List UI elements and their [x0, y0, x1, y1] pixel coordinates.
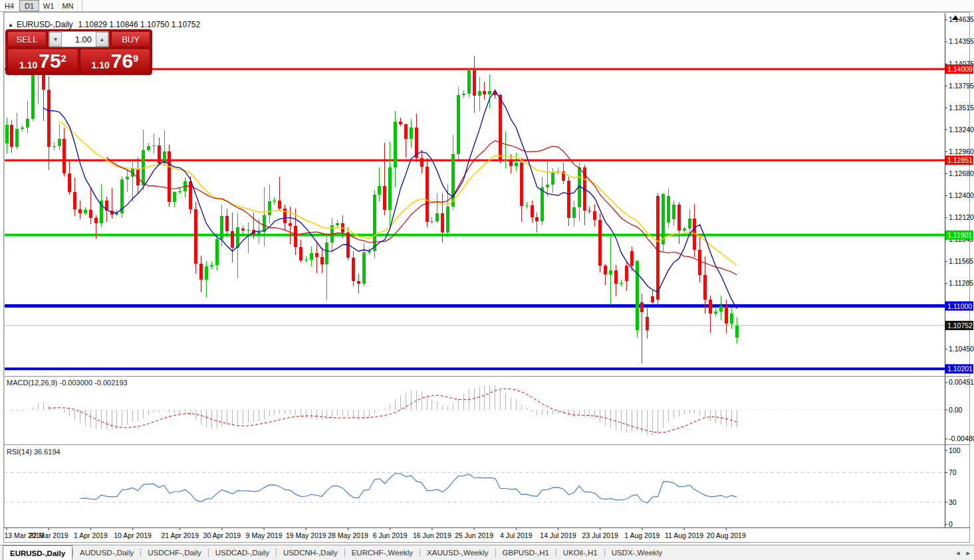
svg-text:1.12400: 1.12400 [949, 191, 974, 199]
sell-price-box[interactable]: 1.10 75 2 [7, 48, 78, 73]
buy-price-big: 76 [111, 50, 133, 72]
chart-ohlc-values: 1.10829 1.10846 1.10750 1.10752 [78, 20, 201, 29]
tab-eurusd-daily[interactable]: EURUSD-,Daily [3, 545, 72, 560]
candles-layer [5, 48, 739, 363]
tab-gbpusd-h1[interactable]: GBPUSD-,H1 [496, 545, 556, 560]
time-axis[interactable]: 13 Mar 201922 Mar 20191 Apr 201910 Apr 2… [5, 528, 746, 539]
macd-label: MACD(12,26,9) -0.003000 -0.002193 [7, 379, 128, 387]
window-frame [4, 13, 970, 543]
buy-price-box[interactable]: 1.10 76 9 [80, 48, 151, 73]
macd-panel[interactable] [5, 385, 945, 435]
svg-text:20 Aug 2019: 20 Aug 2019 [707, 531, 746, 539]
chevron-down-icon: ▼ [53, 37, 59, 43]
buy-button[interactable]: BUY [111, 31, 150, 47]
tab-audusd-daily[interactable]: AUDUSD-,Daily [73, 545, 140, 560]
svg-text:1.10201: 1.10201 [947, 365, 973, 373]
sell-price-big: 75 [39, 50, 61, 72]
tab-xauusd-weekly[interactable]: XAUUSD-,Weekly [420, 545, 495, 560]
volume-input[interactable]: 1.00 [62, 32, 96, 47]
one-click-trading-panel: SELL ▼ 1.00 ▲ BUY 1.10 75 2 1.10 76 9 [5, 29, 152, 75]
svg-text:1.13240: 1.13240 [949, 126, 974, 134]
collapse-triangle-icon[interactable]: ▲ [8, 22, 13, 28]
main-chart-layer[interactable] [5, 48, 945, 369]
price-level-label[interactable]: 1.11000 [945, 302, 973, 311]
chart-canvas[interactable]: 1.146351.143551.140751.137951.135151.132… [0, 12, 974, 545]
svg-text:23 Jul 2019: 23 Jul 2019 [582, 531, 618, 539]
arrow-left-icon[interactable]: ◂ [956, 549, 960, 557]
svg-text:19 May 2019: 19 May 2019 [286, 531, 326, 539]
svg-text:1.14355: 1.14355 [949, 37, 974, 45]
price-level-label[interactable]: 1.10201 [945, 364, 973, 373]
tab-usdcad-daily[interactable]: USDCAD-,Daily [209, 545, 276, 560]
svg-text:4 Jul 2019: 4 Jul 2019 [500, 531, 533, 539]
chart-symbol-label: EURUSD-,Daily [17, 20, 73, 29]
tab-ukoil-h1[interactable]: UKOil-,H1 [556, 545, 604, 560]
rsi-label: RSI(14) 36.6194 [7, 448, 61, 456]
price-level-label[interactable]: 1.12851 [945, 155, 973, 165]
sell-price-prefix: 1.10 [19, 58, 37, 72]
svg-text:6 Jun 2019: 6 Jun 2019 [373, 531, 408, 539]
timeframe-button-h4[interactable]: H4 [0, 0, 19, 11]
arrow-right-icon[interactable]: ▸ [966, 549, 970, 557]
volume-increase-button[interactable]: ▲ [96, 32, 108, 47]
tab-scroll-nav: ◂ ▸ [956, 545, 970, 560]
svg-text:30: 30 [949, 498, 957, 506]
svg-text:1.14009: 1.14009 [947, 65, 973, 73]
tab-eurchf-weekly[interactable]: EURCHF-,Weekly [345, 545, 420, 560]
svg-text:1.13795: 1.13795 [949, 82, 974, 90]
svg-text:70: 70 [949, 468, 957, 476]
svg-text:10 Apr 2019: 10 Apr 2019 [114, 531, 152, 539]
svg-text:-0.004806: -0.004806 [949, 434, 974, 442]
svg-text:0: 0 [949, 520, 953, 528]
chart-header: ▲EURUSD-,Daily1.10829 1.10846 1.10750 1.… [8, 20, 200, 29]
svg-text:100: 100 [949, 446, 961, 454]
svg-text:1.12851: 1.12851 [947, 156, 973, 164]
timeframe-button-d1[interactable]: D1 [19, 0, 39, 11]
rsi-panel[interactable] [5, 472, 945, 503]
svg-text:1.10752: 1.10752 [947, 322, 973, 329]
tab-usdcnh-daily[interactable]: USDCNH-,Daily [277, 545, 344, 560]
price-level-label[interactable]: 1.14009 [945, 64, 973, 74]
svg-text:1.11901: 1.11901 [947, 231, 972, 239]
svg-text:16 Jun 2019: 16 Jun 2019 [413, 531, 451, 539]
chart-tab-bar: ◂ ▸ EURUSD-,DailyAUDUSD-,DailyUSDCHF-,Da… [0, 545, 974, 560]
svg-text:1.12960: 1.12960 [949, 147, 974, 155]
timeframe-button-w1[interactable]: W1 [39, 0, 59, 11]
svg-text:0.004517: 0.004517 [949, 378, 974, 386]
volume-stepper: ▼ 1.00 ▲ [49, 31, 109, 47]
tab-usdchf-daily[interactable]: USDCHF-,Daily [141, 545, 208, 560]
buy-price-prefix: 1.10 [92, 58, 110, 72]
svg-text:1.11000: 1.11000 [947, 302, 972, 310]
price-level-label[interactable]: 1.11901 [945, 231, 973, 240]
sell-button[interactable]: SELL [7, 31, 47, 47]
svg-text:1.12680: 1.12680 [949, 169, 974, 177]
svg-text:1.11285: 1.11285 [949, 279, 973, 287]
tab-usdx-weekly[interactable]: USDX-,Weekly [605, 545, 669, 560]
buy-price-sup: 9 [133, 53, 138, 64]
svg-text:1.10450: 1.10450 [949, 345, 974, 353]
svg-text:30 Apr 2019: 30 Apr 2019 [203, 531, 241, 539]
toolbar-separator [82, 0, 84, 11]
svg-text:28 May 2019: 28 May 2019 [328, 531, 368, 539]
svg-text:0.00: 0.00 [949, 406, 963, 414]
trading-app-window: H4D1W1MN 1.146351.143551.140751.137951.1… [0, 0, 974, 560]
svg-text:22 Mar 2019: 22 Mar 2019 [29, 531, 68, 539]
svg-text:1.11565: 1.11565 [949, 257, 973, 265]
svg-text:1.12120: 1.12120 [949, 213, 974, 221]
svg-text:1 Aug 2019: 1 Aug 2019 [624, 531, 660, 539]
chevron-up-icon: ▲ [100, 37, 105, 43]
price-level-label[interactable]: 1.10752 [945, 321, 973, 330]
timeframe-toolbar: H4D1W1MN [0, 0, 974, 12]
svg-text:9 May 2019: 9 May 2019 [246, 531, 283, 539]
svg-text:21 Apr 2019: 21 Apr 2019 [161, 531, 199, 539]
sell-price-sup: 2 [61, 53, 66, 64]
svg-text:1 Apr 2019: 1 Apr 2019 [74, 531, 108, 539]
svg-text:25 Jun 2019: 25 Jun 2019 [455, 531, 493, 539]
svg-text:11 Aug 2019: 11 Aug 2019 [665, 531, 703, 539]
svg-text:14 Jul 2019: 14 Jul 2019 [540, 531, 576, 539]
volume-decrease-button[interactable]: ▼ [49, 32, 62, 47]
horizontal-level-lines[interactable] [5, 69, 945, 369]
svg-text:1.13515: 1.13515 [949, 104, 974, 112]
timeframe-button-mn[interactable]: MN [59, 0, 78, 11]
